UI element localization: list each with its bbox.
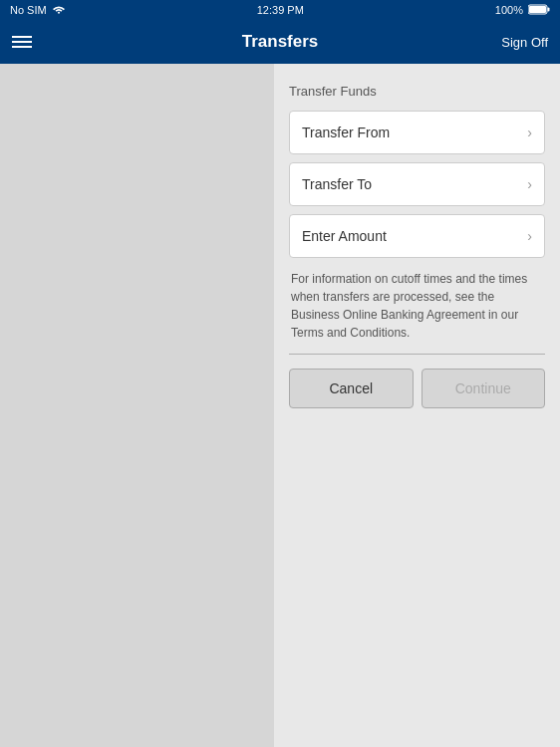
content-area: Transfer Funds Transfer From › Transfer … — [274, 64, 560, 747]
enter-amount-field[interactable]: Enter Amount › — [289, 214, 545, 258]
wifi-icon — [52, 4, 66, 16]
status-bar: No SIM 12:39 PM 100% — [0, 0, 560, 20]
cancel-button[interactable]: Cancel — [289, 369, 414, 408]
status-bar-time: 12:39 PM — [257, 4, 304, 16]
nav-bar: Transfers Sign Off — [0, 20, 560, 64]
transfer-from-field[interactable]: Transfer From › — [289, 111, 545, 154]
menu-button[interactable] — [12, 36, 32, 48]
transfer-to-field[interactable]: Transfer To › — [289, 162, 545, 206]
info-text: For information on cutoff times and the … — [289, 270, 545, 342]
carrier-label: No SIM — [10, 4, 47, 16]
buttons-row: Cancel Continue — [289, 369, 545, 408]
chevron-right-icon-2: › — [527, 176, 532, 192]
sign-off-button[interactable]: Sign Off — [501, 35, 548, 50]
battery-icon — [528, 4, 550, 17]
sidebar-area — [0, 64, 274, 747]
section-title: Transfer Funds — [289, 84, 545, 99]
svg-rect-2 — [547, 7, 549, 11]
continue-button[interactable]: Continue — [421, 369, 546, 408]
battery-percentage: 100% — [495, 4, 523, 16]
svg-rect-1 — [529, 6, 546, 13]
divider — [289, 354, 545, 355]
status-bar-right: 100% — [495, 4, 550, 17]
transfer-from-label: Transfer From — [302, 124, 390, 140]
nav-bar-title: Transfers — [242, 32, 319, 52]
status-bar-left: No SIM — [10, 4, 66, 16]
enter-amount-label: Enter Amount — [302, 228, 387, 244]
main-layout: Transfer Funds Transfer From › Transfer … — [0, 64, 560, 747]
chevron-right-icon: › — [527, 124, 532, 140]
chevron-right-icon-3: › — [527, 228, 532, 244]
transfer-to-label: Transfer To — [302, 176, 372, 192]
